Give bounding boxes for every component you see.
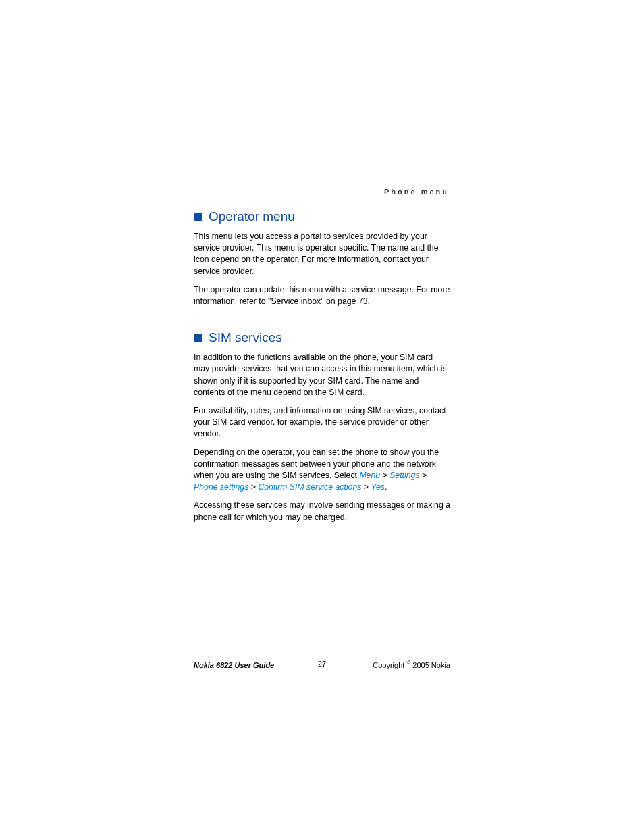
heading-text: Operator menu xyxy=(209,209,295,224)
bullet-square-icon xyxy=(194,213,202,221)
bullet-square-icon xyxy=(194,334,202,342)
footer-copyright: Copyright © 2005 Nokia xyxy=(373,660,450,669)
gt-separator: > xyxy=(361,482,371,492)
menu-path-link: Menu xyxy=(359,471,380,480)
menu-path-link: Settings xyxy=(390,471,419,480)
paragraph: The operator can update this menu with a… xyxy=(194,284,450,307)
paragraph: Accessing these services may involve sen… xyxy=(194,500,450,523)
page-content: Phone menu Operator menu This menu lets … xyxy=(194,188,450,530)
gt-separator: > xyxy=(248,482,258,492)
section-heading-operator-menu: Operator menu xyxy=(194,209,450,224)
para-suffix: . xyxy=(385,482,387,492)
paragraph: In addition to the functions available o… xyxy=(194,352,450,398)
paragraph: This menu lets you access a portal to se… xyxy=(194,231,450,278)
paragraph: For availability, rates, and information… xyxy=(194,405,450,440)
page-footer: Nokia 6822 User Guide 27 Copyright © 200… xyxy=(194,660,450,669)
footer-page-number: 27 xyxy=(318,660,326,668)
spacer xyxy=(194,314,450,326)
footer-guide-title: Nokia 6822 User Guide xyxy=(194,661,274,669)
gt-separator: > xyxy=(420,471,427,480)
copyright-suffix: 2005 Nokia xyxy=(410,661,450,669)
section-heading-sim-services: SIM services xyxy=(194,330,450,345)
heading-text: SIM services xyxy=(209,330,282,345)
menu-path-link: Phone settings xyxy=(194,482,248,492)
menu-path-link: Confirm SIM service actions xyxy=(258,482,361,492)
page-header-label: Phone menu xyxy=(194,188,450,196)
paragraph-with-links: Depending on the operator, you can set t… xyxy=(194,447,450,494)
copyright-prefix: Copyright xyxy=(373,661,406,669)
gt-separator: > xyxy=(380,471,390,480)
menu-path-link: Yes xyxy=(371,482,385,492)
